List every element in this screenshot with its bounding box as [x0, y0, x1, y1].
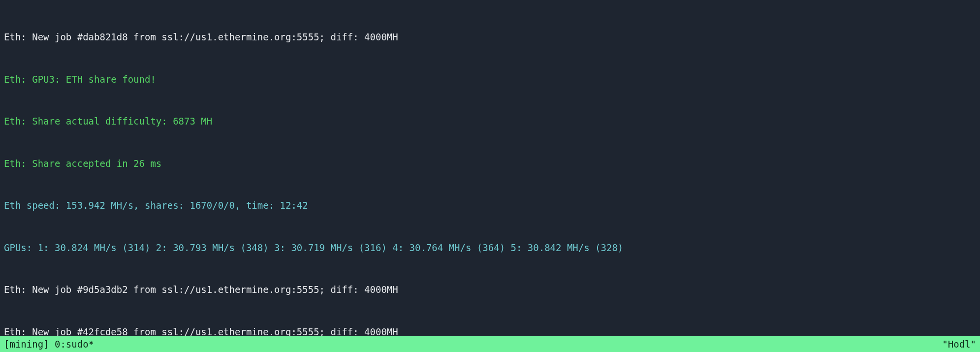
log-line: Eth: New job #dab821d8 from ssl://us1.et… [4, 30, 976, 44]
log-line: Eth: Share accepted in 26 ms [4, 157, 976, 171]
log-line: Eth: Share actual difficulty: 6873 MH [4, 114, 976, 128]
tmux-hostname: "Hodl" [942, 337, 976, 352]
log-line: Eth: GPU3: ETH share found! [4, 72, 976, 87]
log-line: Eth speed: 153.942 MH/s, shares: 1670/0/… [4, 198, 976, 213]
log-line: Eth: New job #42fcde58 from ssl://us1.et… [4, 325, 976, 336]
log-line: GPUs: 1: 30.824 MH/s (314) 2: 30.793 MH/… [4, 241, 976, 255]
log-line: Eth: New job #9d5a3db2 from ssl://us1.et… [4, 283, 976, 297]
terminal-output[interactable]: Eth: New job #dab821d8 from ssl://us1.et… [0, 0, 980, 336]
tmux-session-window[interactable]: [mining] 0:sudo* [4, 337, 94, 352]
tmux-status-bar[interactable]: [mining] 0:sudo* "Hodl" [0, 336, 980, 352]
